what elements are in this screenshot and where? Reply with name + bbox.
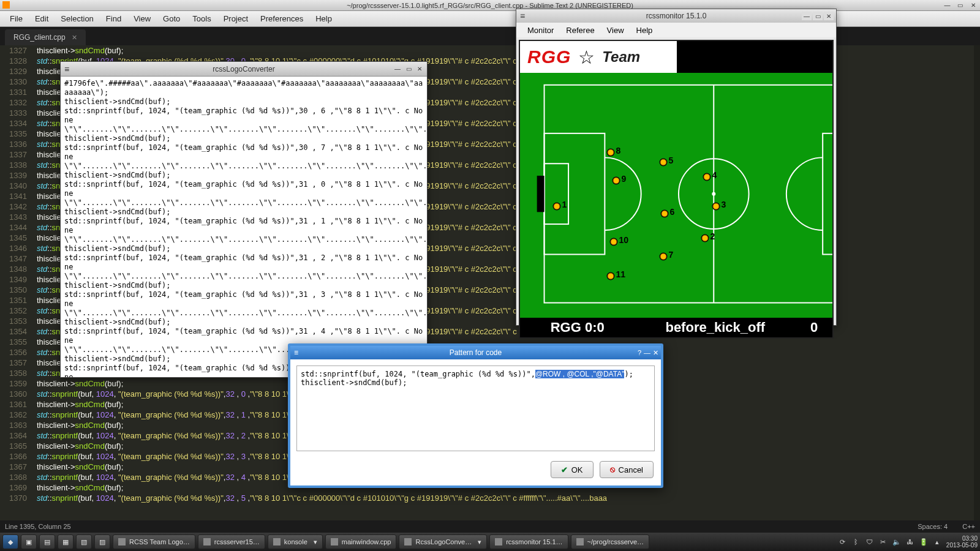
launcher-3[interactable]: ▧ — [76, 534, 92, 549]
player-10[interactable]: 10 — [611, 239, 617, 246]
taskbar-item[interactable]: rcssserver15… — [198, 534, 265, 549]
rcssmonitor-title: rcssmonitor 15.1.0 — [646, 12, 707, 20]
menu-goto[interactable]: Goto — [157, 12, 186, 25]
svg-point-9 — [712, 192, 715, 196]
player-9[interactable]: 9 — [613, 178, 620, 184]
soccer-field[interactable]: 1234567891011 — [520, 73, 832, 318]
field-lines — [520, 73, 832, 315]
window-menu-icon[interactable]: ≡ — [294, 348, 298, 357]
logo-converter-title: rcssLogoConverter — [213, 65, 274, 73]
clipboard-icon[interactable]: ✂ — [879, 538, 888, 546]
launcher-filemanager[interactable]: ▣ — [21, 534, 37, 549]
close-icon[interactable]: ✕ — [968, 1, 978, 9]
maximize-icon[interactable]: ▭ — [813, 12, 823, 20]
status-language[interactable]: C++ — [962, 523, 975, 530]
player-1[interactable]: 1 — [554, 203, 560, 210]
app-icon — [495, 538, 502, 545]
rmenu-referee[interactable]: Referee — [560, 24, 600, 37]
game-time: 0 — [796, 320, 832, 335]
player-4[interactable]: 4 — [704, 174, 710, 181]
editor-tab[interactable]: RGG_client.cpp ✕ — [5, 29, 86, 45]
taskbar-item[interactable]: RcssLogoConve…▾ — [399, 534, 487, 549]
menu-find[interactable]: Find — [100, 12, 127, 25]
close-icon[interactable]: ✕ — [415, 65, 424, 73]
launcher-4[interactable]: ▨ — [94, 534, 110, 549]
speaker-icon[interactable]: 🔈 — [892, 538, 901, 546]
system-tray: ⟳ ᛒ 🛡 ✂ 🔈 🖧 🔋 ▴ 03:30 2013-05-09 — [839, 535, 978, 549]
clock[interactable]: 03:30 2013-05-09 — [946, 535, 978, 549]
maximize-icon[interactable]: ▭ — [956, 1, 965, 9]
shield-icon[interactable]: 🛡 — [865, 538, 874, 546]
svg-rect-7 — [537, 176, 545, 212]
start-button[interactable]: ◆ — [2, 534, 18, 549]
close-icon[interactable]: ✕ — [824, 12, 834, 20]
pattern-dialog: ≡ Pattern for code ? — ✕ std::snprintf(b… — [288, 343, 663, 488]
statusbar: Line 1395, Column 25 Spaces: 4 C++ — [0, 520, 980, 533]
player-7[interactable]: 7 — [660, 253, 667, 260]
maximize-icon[interactable]: ▭ — [404, 65, 413, 73]
player-6[interactable]: 6 — [662, 211, 668, 217]
tab-close-icon[interactable]: ✕ — [72, 34, 77, 42]
pattern-textarea[interactable]: std::snprintf(buf, 1024, "(team_graphic … — [296, 365, 655, 451]
minimize-icon[interactable]: — — [802, 12, 812, 20]
close-icon[interactable]: ✕ — [653, 349, 658, 357]
player-3[interactable]: 3 — [713, 203, 720, 210]
minimize-icon[interactable]: — — [943, 1, 952, 9]
minimize-icon[interactable]: — — [393, 65, 402, 73]
tab-label: RGG_client.cpp — [13, 33, 66, 42]
ok-button[interactable]: ✔OK — [551, 461, 594, 478]
pattern-dialog-titlebar[interactable]: ≡ Pattern for code ? — ✕ — [290, 346, 661, 359]
rcssmonitor-titlebar[interactable]: ≡ rcssmonitor 15.1.0 — ▭ ✕ — [516, 9, 836, 23]
cancel-button[interactable]: ⦸Cancel — [600, 461, 654, 478]
logo-converter-titlebar[interactable]: ≡ rcssLogoConverter — ▭ ✕ — [61, 62, 427, 77]
rmenu-monitor[interactable]: Monitor — [521, 24, 560, 37]
app-icon — [576, 538, 584, 545]
scorebar: RGG 0:0 before_kick_off 0 — [520, 318, 832, 337]
svg-rect-4 — [545, 163, 569, 224]
menu-tools[interactable]: Tools — [186, 12, 217, 25]
app-icon — [118, 538, 126, 545]
taskbar-item[interactable]: ~/prog/rcssserve… — [571, 534, 650, 549]
chevron-up-icon[interactable]: ▴ — [933, 538, 941, 546]
help-icon[interactable]: ? — [638, 349, 641, 357]
taskbar-item[interactable]: konsole▾ — [268, 534, 323, 549]
launcher-terminal[interactable]: ▤ — [39, 534, 55, 549]
player-2[interactable]: 2 — [702, 235, 709, 242]
svg-rect-0 — [545, 85, 832, 303]
team-logo-banner: RGG ☆ Team — [520, 41, 677, 73]
menu-edit[interactable]: Edit — [29, 12, 55, 25]
network-icon[interactable]: 🖧 — [906, 538, 914, 546]
player-8[interactable]: 8 — [608, 149, 614, 156]
app-icon — [404, 538, 412, 545]
battery-icon[interactable]: 🔋 — [919, 538, 928, 546]
game-state: before_kick_off — [635, 320, 796, 335]
menu-file[interactable]: File — [4, 12, 29, 25]
rmenu-help[interactable]: Help — [630, 24, 659, 37]
status-indent[interactable]: Spaces: 4 — [918, 523, 948, 530]
menu-view[interactable]: View — [127, 12, 157, 25]
player-5[interactable]: 5 — [660, 159, 667, 166]
app-icon — [273, 538, 281, 545]
taskbar-item[interactable]: rcssmonitor 15.1… — [489, 534, 568, 549]
bluetooth-icon[interactable]: ᛒ — [852, 538, 861, 546]
clock-date: 2013-05-09 — [946, 542, 978, 549]
minimap[interactable] — [974, 45, 980, 520]
pattern-dialog-title: Pattern for code — [450, 348, 502, 357]
menu-preferences[interactable]: Preferences — [254, 12, 309, 25]
logo-text-rgg: RGG — [527, 47, 571, 67]
window-menu-icon[interactable]: ≡ — [520, 11, 525, 21]
menu-project[interactable]: Project — [217, 12, 254, 25]
player-11[interactable]: 11 — [608, 273, 614, 280]
rmenu-view[interactable]: View — [601, 24, 630, 37]
minimize-icon[interactable]: — — [644, 349, 650, 357]
launcher-2[interactable]: ▦ — [58, 534, 74, 549]
menu-help[interactable]: Help — [309, 12, 338, 25]
window-menu-icon[interactable]: ≡ — [64, 64, 69, 74]
logo-converter-text[interactable]: #1796fe\".#####aa\".aaaaaaa\"#aaaaaaa\"#… — [61, 77, 427, 377]
system-taskbar: ◆ ▣ ▤ ▦ ▧ ▨ RCSS Team Logo…rcssserver15…… — [0, 533, 980, 551]
taskbar-item[interactable]: mainwindow.cpp — [325, 534, 397, 549]
tray-icon[interactable]: ⟳ — [839, 538, 847, 546]
menu-selection[interactable]: Selection — [55, 12, 99, 25]
clock-time: 03:30 — [946, 535, 978, 542]
taskbar-item[interactable]: RCSS Team Logo… — [113, 534, 195, 549]
